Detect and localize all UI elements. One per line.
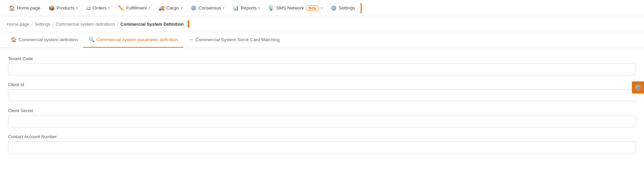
nav-label-consensus: Consensus (198, 5, 221, 10)
client-id-label: Client Id (8, 82, 636, 87)
settings-icon: ⚙️ (331, 5, 337, 11)
sms-network-chevron-icon: ▾ (321, 6, 323, 10)
nav-label-cargo: Cargo (166, 5, 179, 10)
nav-label-reports: Reports (241, 5, 256, 10)
form-area: Tenant Code Client Id Client Secret Cont… (0, 48, 644, 175)
tab-commercial-system-stock-card-matching-label: Commercial System Stock Card Matching (195, 37, 280, 42)
tab-home-icon: 🏠 (11, 37, 17, 42)
breadcrumb-home[interactable]: Home page (7, 22, 29, 27)
home-icon: 🏠 (9, 5, 15, 11)
orders-chevron-icon: ▾ (108, 6, 110, 10)
nav-label-orders: Orders (93, 5, 106, 10)
fulfillment-chevron-icon: ▾ (149, 6, 150, 10)
fulfillment-icon: ✏️ (118, 5, 124, 11)
sms-network-badge: Beta (306, 5, 319, 11)
client-id-input[interactable] (8, 89, 636, 101)
tenant-code-input[interactable] (8, 63, 636, 75)
form-group-tenant-code: Tenant Code (8, 56, 636, 75)
products-icon: 📦 (49, 5, 55, 11)
floating-settings-icon: ⚙️ (634, 84, 642, 91)
breadcrumb: Home page / Settings / Commercial system… (0, 16, 644, 32)
tab-commercial-system-stock-card-matching[interactable]: ↔️ Commercial System Stock Card Matching (183, 32, 285, 48)
breadcrumb-orange-accent (188, 20, 189, 28)
nav-item-sms-network[interactable]: 📡 SMS Network Beta ▾ (265, 3, 326, 13)
nav-item-home[interactable]: 🏠 Home page (5, 3, 44, 13)
nav-item-fulfillment[interactable]: ✏️ Fulfillment ▾ (115, 3, 154, 13)
tab-commercial-system-definition-label: Commercial system definition (19, 37, 78, 42)
tab-commercial-system-definition[interactable]: 🏠 Commercial system definition (5, 32, 83, 48)
breadcrumb-sep-2: / (53, 22, 54, 27)
products-chevron-icon: ▾ (76, 6, 78, 10)
breadcrumb-settings[interactable]: Settings (35, 22, 51, 27)
nav-item-products[interactable]: 📦 Products ▾ (45, 3, 81, 13)
tabs-bar: 🏠 Commercial system definition 🔍 Commerc… (0, 32, 644, 48)
contact-account-number-label: Contact Account Number (8, 134, 636, 139)
breadcrumb-commercial-system-definitions[interactable]: Commercial system definitions (56, 22, 115, 27)
tab-commercial-system-parameter-definition[interactable]: 🔍 Commercial system parameter definition (83, 32, 183, 48)
orders-icon: 🗂 (86, 5, 91, 11)
tenant-code-label: Tenant Code (8, 56, 636, 61)
reports-chevron-icon: ▾ (258, 6, 260, 10)
tab-matching-icon: ↔️ (189, 37, 193, 42)
client-secret-label: Client Secret (8, 108, 636, 113)
tab-search-icon: 🔍 (89, 37, 94, 42)
cargo-chevron-icon: ▾ (181, 6, 182, 10)
nav-item-orders[interactable]: 🗂 Orders ▾ (83, 3, 113, 13)
breadcrumb-current: Commercial System Definition (120, 22, 184, 27)
nav-label-fulfillment: Fulfillment (126, 5, 147, 10)
form-group-client-secret: Client Secret (8, 108, 636, 127)
breadcrumb-sep-1: / (31, 22, 33, 27)
nav-item-reports[interactable]: 📊 Reports ▾ (229, 3, 263, 13)
nav-item-cargo[interactable]: 🚚 Cargo ▾ (155, 3, 186, 13)
nav-label-products: Products (57, 5, 74, 10)
consensus-icon: ⚙️ (190, 5, 197, 11)
reports-icon: 📊 (233, 5, 239, 11)
nav-orange-accent-bar (361, 3, 362, 14)
form-group-contact-account-number: Contact Account Number (8, 134, 636, 153)
consensus-chevron-icon: ▾ (223, 6, 224, 10)
contact-account-number-input[interactable] (8, 141, 636, 153)
breadcrumb-sep-3: / (117, 22, 119, 27)
top-navigation: 🏠 Home page 📦 Products ▾ 🗂 Orders ▾ ✏️ F… (0, 0, 644, 16)
content-area: 🏠 Commercial system definition 🔍 Commerc… (0, 32, 644, 175)
tab-commercial-system-parameter-definition-label: Commercial system parameter definition (96, 37, 178, 42)
nav-label-home: Home page (17, 5, 40, 10)
cargo-icon: 🚚 (158, 5, 165, 11)
nav-label-settings: Settings (339, 5, 355, 10)
floating-settings-button[interactable]: ⚙️ (632, 81, 644, 94)
sms-network-icon: 📡 (268, 5, 274, 11)
nav-item-settings[interactable]: ⚙️ Settings (327, 3, 359, 13)
client-secret-input[interactable] (8, 115, 636, 127)
nav-item-consensus[interactable]: ⚙️ Consensus ▾ (187, 3, 228, 13)
nav-label-sms-network: SMS Network (276, 5, 304, 10)
form-group-client-id: Client Id (8, 82, 636, 101)
